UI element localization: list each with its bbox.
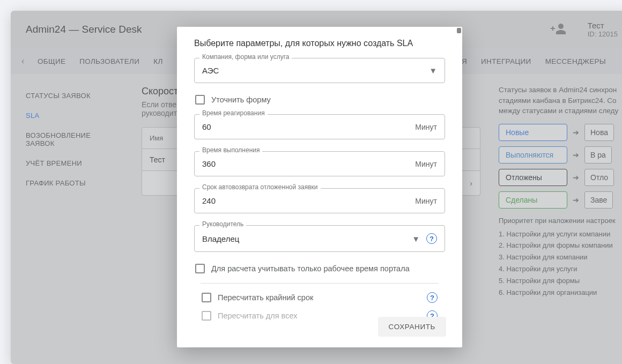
modal-scrollbar[interactable] [457,28,461,33]
manager-select[interactable]: Владелец ▼ ? [194,225,445,252]
reaction-field: Время реагирования 60 Минут [194,114,445,139]
reaction-value: 60 [202,122,211,131]
reaction-label: Время реагирования [199,109,268,117]
refine-form-label: Уточнить форму [211,95,271,104]
manager-value: Владелец [202,234,239,243]
app-frame: Admin24 — Service Desk Тест ID: 12015 ‹ … [11,11,622,364]
reaction-unit: Минут [415,123,437,131]
checkbox-icon [195,95,205,105]
complete-label: Время выполнения [199,146,262,154]
complete-field: Время выполнения 360 Минут [194,151,445,176]
save-button[interactable]: СОХРАНИТЬ [378,317,446,337]
reaction-input[interactable]: 60 Минут [194,114,445,139]
modal-body: Выберите параметры, для которых нужно со… [177,27,462,347]
company-field: Компания, форма или услуга АЭС ▼ [194,58,445,83]
help-icon[interactable]: ? [426,233,437,244]
complete-value: 360 [202,159,216,168]
company-label: Компания, форма или услуга [199,53,292,61]
sla-modal: Выберите параметры, для которых нужно со… [177,27,462,347]
recalc-deadline-checkbox[interactable]: Пересчитать крайний срок ? [202,292,438,303]
checkbox-icon [202,311,211,321]
dropdown-icon: ▼ [412,234,420,243]
autoreturn-input[interactable]: 240 Минут [194,188,445,213]
checkbox-icon [202,293,211,302]
complete-input[interactable]: 360 Минут [194,151,445,176]
manager-field: Руководитель Владелец ▼ ? [194,225,445,252]
autoreturn-value: 240 [202,196,216,205]
company-select[interactable]: АЭС ▼ [194,58,445,83]
worktime-label: Для расчета учитывать только рабочее вре… [211,264,410,273]
complete-unit: Минут [415,160,437,168]
autoreturn-label: Срок автовозврата отложенной заявки [199,183,321,191]
help-icon[interactable]: ? [427,292,438,303]
autoreturn-unit: Минут [415,197,437,205]
worktime-checkbox[interactable]: Для расчета учитывать только рабочее вре… [194,264,445,273]
checkbox-icon [195,264,205,273]
manager-label: Руководитель [199,220,246,228]
recalc-deadline-label: Пересчитать крайний срок [218,293,416,302]
refine-form-checkbox[interactable]: Уточнить форму [194,95,445,105]
company-value: АЭС [202,66,219,75]
autoreturn-field: Срок автовозврата отложенной заявки 240 … [194,188,445,213]
divider [201,283,439,284]
dropdown-icon: ▼ [429,66,437,75]
modal-title: Выберите параметры, для которых нужно со… [194,39,445,48]
